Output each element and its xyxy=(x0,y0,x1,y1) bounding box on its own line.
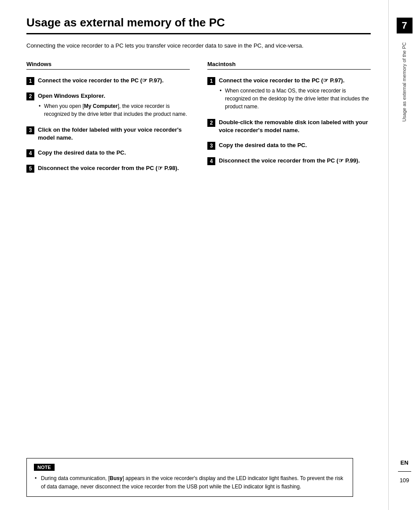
step-content-4: Copy the desired data to the PC. xyxy=(38,149,190,157)
note-label: NOTE xyxy=(34,464,55,471)
step-number-4: 4 xyxy=(26,149,34,157)
step-content-1: Connect the voice recorder to the PC (☞ … xyxy=(38,77,190,85)
windows-column: Windows 1 Connect the voice recorder to … xyxy=(26,61,203,180)
step-content-3: Click on the folder labeled with your vo… xyxy=(38,126,190,142)
page-container: Usage as external memory of the PC Conne… xyxy=(0,0,420,510)
windows-header: Windows xyxy=(26,61,190,70)
windows-step-1: 1 Connect the voice recorder to the PC (… xyxy=(26,77,190,85)
mac-step-content-3: Copy the desired data to the PC. xyxy=(219,141,371,149)
windows-step-3: 3 Click on the folder labeled with your … xyxy=(26,126,190,142)
sidebar-page: 109 xyxy=(400,477,409,484)
mac-step-content-2: Double-click the removable disk icon lab… xyxy=(219,118,371,134)
macintosh-column: Macintosh 1 Connect the voice recorder t… xyxy=(203,61,371,180)
step-title-3: Click on the folder labeled with your vo… xyxy=(38,126,190,142)
mac-step-4: 4 Disconnect the voice recorder from the… xyxy=(207,157,371,165)
mac-step-number-4: 4 xyxy=(207,157,215,165)
step-title-4: Copy the desired data to the PC. xyxy=(38,149,190,157)
windows-step-5: 5 Disconnect the voice recorder from the… xyxy=(26,164,190,173)
mac-step-content-1: Connect the voice recorder to the PC (☞ … xyxy=(219,77,371,111)
mac-step-title-3: Copy the desired data to the PC. xyxy=(219,141,371,149)
mac-step-number-2: 2 xyxy=(207,119,215,127)
note-text: During data communication, [Busy] appear… xyxy=(34,474,346,491)
step-number-1: 1 xyxy=(26,77,34,85)
sidebar-chapter-number: 7 xyxy=(397,18,413,33)
sidebar: 7 Usage as external memory of the PC EN … xyxy=(388,0,420,510)
intro-text: Connecting the voice recorder to a PC le… xyxy=(26,41,371,50)
step-number-3: 3 xyxy=(26,126,34,134)
step-content-2: Open Windows Explorer. When you open [My… xyxy=(38,92,190,119)
step-number-2: 2 xyxy=(26,92,34,100)
step-title-1: Connect the voice recorder to the PC (☞ … xyxy=(38,77,190,85)
step-title-2: Open Windows Explorer. xyxy=(38,92,190,100)
columns-wrapper: Windows 1 Connect the voice recorder to … xyxy=(26,61,371,180)
mac-step-3: 3 Copy the desired data to the PC. xyxy=(207,141,371,150)
step-number-5: 5 xyxy=(26,165,34,173)
main-content: Usage as external memory of the PC Conne… xyxy=(0,0,388,510)
mac-step-content-4: Disconnect the voice recorder from the P… xyxy=(219,157,371,165)
step-content-5: Disconnect the voice recorder from the P… xyxy=(38,164,190,172)
mac-step-title-2: Double-click the removable disk icon lab… xyxy=(219,118,371,134)
windows-step-4: 4 Copy the desired data to the PC. xyxy=(26,149,190,157)
mac-step-title-1: Connect the voice recorder to the PC (☞ … xyxy=(219,77,371,85)
note-box: NOTE During data communication, [Busy] a… xyxy=(26,458,353,497)
sidebar-chapter-title: Usage as external memory of the PC xyxy=(401,42,407,122)
mac-step-2: 2 Double-click the removable disk icon l… xyxy=(207,118,371,134)
step-detail-2: When you open [My Computer], the voice r… xyxy=(38,102,190,118)
mac-step-number-1: 1 xyxy=(207,77,215,85)
sidebar-bottom: EN 109 xyxy=(398,459,411,484)
sidebar-lang: EN xyxy=(400,459,408,466)
macintosh-header: Macintosh xyxy=(207,61,371,70)
mac-step-detail-1: When connected to a Mac OS, the voice re… xyxy=(219,87,371,111)
windows-step-2: 2 Open Windows Explorer. When you open [… xyxy=(26,92,190,119)
mac-step-1: 1 Connect the voice recorder to the PC (… xyxy=(207,77,371,111)
mac-step-number-3: 3 xyxy=(207,142,215,150)
step-title-5: Disconnect the voice recorder from the P… xyxy=(38,164,190,172)
page-title: Usage as external memory of the PC xyxy=(26,16,371,34)
mac-step-title-4: Disconnect the voice recorder from the P… xyxy=(219,157,371,165)
